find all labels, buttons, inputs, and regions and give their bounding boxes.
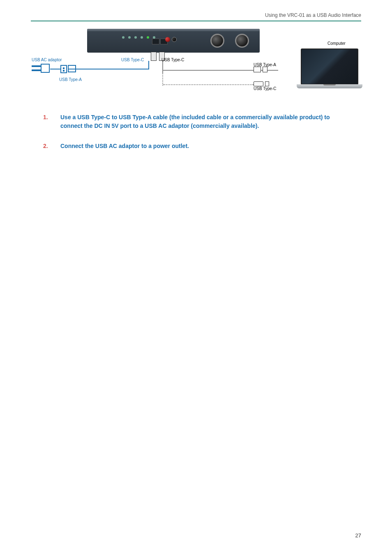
computer-icon [299,49,360,94]
label-usb-type-c: USB Type-C [121,58,144,62]
label-usb-ac-adaptor: USB AC adaptor [32,58,62,62]
page-number: 27 [355,532,361,539]
ac-plug-icon [32,64,50,74]
step-2: 2. Connect the USB AC adaptor to a power… [43,142,361,150]
label-usb-type-a: USB Type-A [59,77,82,82]
label-usb-type-a: USB Type-A [254,62,276,67]
label-computer: Computer [327,41,346,46]
step-text: Use a USB Type-C to USB Type-A cable (th… [60,113,340,130]
usb-c-plug-icon [151,52,157,61]
instruction-steps: 1. Use a USB Type-C to USB Type-A cable … [43,113,361,150]
step-text: Connect the USB AC adaptor to a power ou… [60,142,189,150]
usb-a-connector-icon [254,67,261,72]
device-vrc01 [87,29,260,53]
connection-diagram: USB AC adaptor USB Type-C USB Type-C USB… [32,29,360,97]
step-number: 2. [43,142,51,150]
label-usb-type-c: USB Type-C [254,86,276,91]
step-number: 1. [43,113,51,130]
knob-icon [235,34,249,48]
usb-c-connector-icon [254,81,263,86]
step-1: 1. Use a USB Type-C to USB Type-A cable … [43,113,361,130]
label-usb-type-c: USB Type-C [161,58,184,62]
usb-a-connector-icon [60,65,67,73]
knob-icon [210,34,224,48]
page-header: Using the VRC-01 as a USB Audio Interfac… [31,12,361,21]
header-title: Using the VRC-01 as a USB Audio Interfac… [265,12,361,18]
